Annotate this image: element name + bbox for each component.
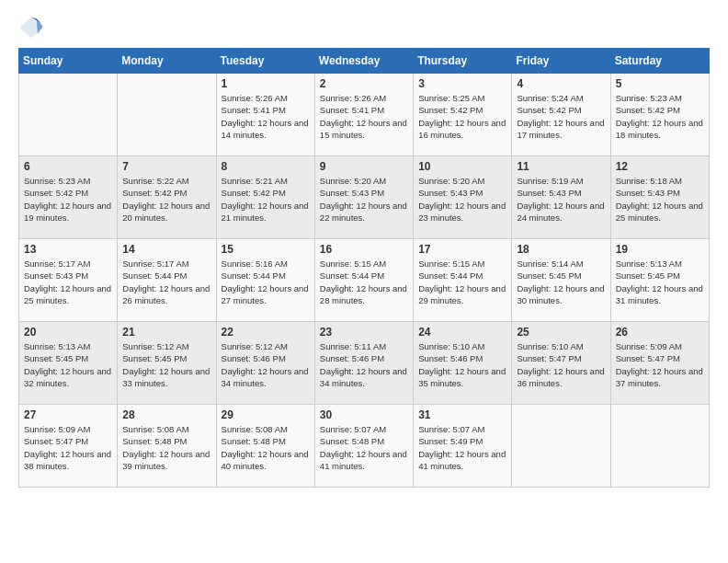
calendar-cell: 23Sunrise: 5:11 AM Sunset: 5:46 PM Dayli… bbox=[314, 322, 413, 405]
day-number: 20 bbox=[24, 326, 112, 339]
day-number: 30 bbox=[320, 408, 408, 421]
day-number: 7 bbox=[122, 160, 210, 173]
calendar-cell bbox=[610, 405, 709, 488]
day-info: Sunrise: 5:18 AM Sunset: 5:43 PM Dayligh… bbox=[616, 175, 704, 224]
calendar-cell: 8Sunrise: 5:21 AM Sunset: 5:42 PM Daylig… bbox=[216, 156, 314, 239]
day-info: Sunrise: 5:07 AM Sunset: 5:48 PM Dayligh… bbox=[320, 423, 408, 472]
calendar-cell: 18Sunrise: 5:14 AM Sunset: 5:45 PM Dayli… bbox=[512, 239, 610, 322]
day-info: Sunrise: 5:07 AM Sunset: 5:49 PM Dayligh… bbox=[418, 423, 506, 472]
calendar-week: 1Sunrise: 5:26 AM Sunset: 5:41 PM Daylig… bbox=[19, 74, 710, 156]
day-number: 21 bbox=[122, 326, 210, 339]
day-number: 29 bbox=[222, 408, 310, 421]
calendar-cell: 17Sunrise: 5:15 AM Sunset: 5:44 PM Dayli… bbox=[414, 239, 512, 322]
day-info: Sunrise: 5:15 AM Sunset: 5:44 PM Dayligh… bbox=[320, 258, 408, 306]
day-number: 31 bbox=[418, 408, 506, 421]
day-number: 15 bbox=[222, 243, 310, 256]
day-number: 22 bbox=[222, 326, 310, 339]
day-info: Sunrise: 5:16 AM Sunset: 5:44 PM Dayligh… bbox=[222, 258, 310, 306]
calendar-cell: 16Sunrise: 5:15 AM Sunset: 5:44 PM Dayli… bbox=[314, 239, 413, 322]
day-info: Sunrise: 5:19 AM Sunset: 5:43 PM Dayligh… bbox=[517, 175, 605, 224]
calendar-cell: 12Sunrise: 5:18 AM Sunset: 5:43 PM Dayli… bbox=[610, 156, 709, 239]
day-number: 23 bbox=[320, 326, 408, 339]
day-number: 14 bbox=[122, 243, 210, 256]
calendar-cell: 31Sunrise: 5:07 AM Sunset: 5:49 PM Dayli… bbox=[414, 405, 512, 488]
weekday-header: Thursday bbox=[414, 49, 512, 74]
day-number: 8 bbox=[222, 160, 310, 173]
weekday-header: Saturday bbox=[610, 49, 709, 74]
day-number: 3 bbox=[418, 77, 506, 90]
calendar-cell: 3Sunrise: 5:25 AM Sunset: 5:42 PM Daylig… bbox=[414, 74, 512, 156]
day-info: Sunrise: 5:20 AM Sunset: 5:43 PM Dayligh… bbox=[320, 175, 408, 224]
weekday-header: Friday bbox=[512, 49, 610, 74]
calendar-cell: 29Sunrise: 5:08 AM Sunset: 5:48 PM Dayli… bbox=[216, 405, 314, 488]
day-number: 16 bbox=[320, 243, 408, 256]
day-info: Sunrise: 5:10 AM Sunset: 5:46 PM Dayligh… bbox=[418, 340, 506, 389]
calendar-week: 20Sunrise: 5:13 AM Sunset: 5:45 PM Dayli… bbox=[19, 322, 710, 405]
calendar-week: 13Sunrise: 5:17 AM Sunset: 5:43 PM Dayli… bbox=[19, 239, 710, 322]
day-number: 28 bbox=[122, 408, 210, 421]
day-number: 6 bbox=[24, 160, 112, 173]
day-info: Sunrise: 5:25 AM Sunset: 5:42 PM Dayligh… bbox=[418, 92, 506, 141]
calendar-cell: 10Sunrise: 5:20 AM Sunset: 5:43 PM Dayli… bbox=[414, 156, 512, 239]
day-info: Sunrise: 5:23 AM Sunset: 5:42 PM Dayligh… bbox=[616, 92, 704, 141]
weekday-header: Wednesday bbox=[314, 49, 413, 74]
day-number: 1 bbox=[222, 77, 310, 90]
calendar-header: SundayMondayTuesdayWednesdayThursdayFrid… bbox=[19, 49, 710, 74]
weekday-row: SundayMondayTuesdayWednesdayThursdayFrid… bbox=[19, 49, 710, 74]
weekday-header: Monday bbox=[118, 49, 216, 74]
calendar-cell: 22Sunrise: 5:12 AM Sunset: 5:46 PM Dayli… bbox=[216, 322, 314, 405]
day-number: 27 bbox=[24, 408, 112, 421]
day-info: Sunrise: 5:09 AM Sunset: 5:47 PM Dayligh… bbox=[24, 423, 112, 472]
day-info: Sunrise: 5:12 AM Sunset: 5:46 PM Dayligh… bbox=[222, 340, 310, 389]
calendar-cell: 4Sunrise: 5:24 AM Sunset: 5:42 PM Daylig… bbox=[512, 74, 610, 156]
day-number: 24 bbox=[418, 326, 506, 339]
calendar-cell: 30Sunrise: 5:07 AM Sunset: 5:48 PM Dayli… bbox=[314, 405, 413, 488]
calendar-cell bbox=[118, 74, 216, 156]
day-number: 26 bbox=[616, 326, 704, 339]
day-info: Sunrise: 5:10 AM Sunset: 5:47 PM Dayligh… bbox=[517, 340, 605, 389]
day-info: Sunrise: 5:23 AM Sunset: 5:42 PM Dayligh… bbox=[24, 175, 112, 224]
day-info: Sunrise: 5:15 AM Sunset: 5:44 PM Dayligh… bbox=[418, 258, 506, 306]
day-number: 19 bbox=[616, 243, 704, 256]
day-info: Sunrise: 5:12 AM Sunset: 5:45 PM Dayligh… bbox=[122, 340, 210, 389]
day-number: 11 bbox=[517, 160, 605, 173]
day-info: Sunrise: 5:09 AM Sunset: 5:47 PM Dayligh… bbox=[616, 340, 704, 389]
calendar-cell: 19Sunrise: 5:13 AM Sunset: 5:45 PM Dayli… bbox=[610, 239, 709, 322]
day-info: Sunrise: 5:26 AM Sunset: 5:41 PM Dayligh… bbox=[222, 92, 310, 141]
calendar-cell: 1Sunrise: 5:26 AM Sunset: 5:41 PM Daylig… bbox=[216, 74, 314, 156]
day-info: Sunrise: 5:22 AM Sunset: 5:42 PM Dayligh… bbox=[122, 175, 210, 224]
day-number: 12 bbox=[616, 160, 704, 173]
calendar-week: 27Sunrise: 5:09 AM Sunset: 5:47 PM Dayli… bbox=[19, 405, 710, 488]
day-info: Sunrise: 5:08 AM Sunset: 5:48 PM Dayligh… bbox=[222, 423, 310, 472]
day-info: Sunrise: 5:20 AM Sunset: 5:43 PM Dayligh… bbox=[418, 175, 506, 224]
day-info: Sunrise: 5:13 AM Sunset: 5:45 PM Dayligh… bbox=[24, 340, 112, 389]
logo-icon bbox=[18, 15, 44, 40]
day-number: 25 bbox=[517, 326, 605, 339]
day-info: Sunrise: 5:24 AM Sunset: 5:42 PM Dayligh… bbox=[517, 92, 605, 141]
page-header bbox=[18, 15, 710, 40]
day-info: Sunrise: 5:17 AM Sunset: 5:43 PM Dayligh… bbox=[24, 258, 112, 306]
calendar-cell: 26Sunrise: 5:09 AM Sunset: 5:47 PM Dayli… bbox=[610, 322, 709, 405]
calendar-body: 1Sunrise: 5:26 AM Sunset: 5:41 PM Daylig… bbox=[19, 74, 710, 488]
day-info: Sunrise: 5:14 AM Sunset: 5:45 PM Dayligh… bbox=[517, 258, 605, 306]
calendar-cell: 20Sunrise: 5:13 AM Sunset: 5:45 PM Dayli… bbox=[19, 322, 118, 405]
day-number: 9 bbox=[320, 160, 408, 173]
calendar-cell: 24Sunrise: 5:10 AM Sunset: 5:46 PM Dayli… bbox=[414, 322, 512, 405]
calendar-cell bbox=[19, 74, 118, 156]
calendar-cell: 14Sunrise: 5:17 AM Sunset: 5:44 PM Dayli… bbox=[118, 239, 216, 322]
day-number: 2 bbox=[320, 77, 408, 90]
day-number: 4 bbox=[517, 77, 605, 90]
day-number: 18 bbox=[517, 243, 605, 256]
day-number: 13 bbox=[24, 243, 112, 256]
calendar-cell: 7Sunrise: 5:22 AM Sunset: 5:42 PM Daylig… bbox=[118, 156, 216, 239]
day-number: 10 bbox=[418, 160, 506, 173]
calendar-cell: 21Sunrise: 5:12 AM Sunset: 5:45 PM Dayli… bbox=[118, 322, 216, 405]
calendar-week: 6Sunrise: 5:23 AM Sunset: 5:42 PM Daylig… bbox=[19, 156, 710, 239]
calendar-cell: 25Sunrise: 5:10 AM Sunset: 5:47 PM Dayli… bbox=[512, 322, 610, 405]
day-info: Sunrise: 5:08 AM Sunset: 5:48 PM Dayligh… bbox=[122, 423, 210, 472]
day-info: Sunrise: 5:17 AM Sunset: 5:44 PM Dayligh… bbox=[122, 258, 210, 306]
calendar-cell: 13Sunrise: 5:17 AM Sunset: 5:43 PM Dayli… bbox=[19, 239, 118, 322]
day-info: Sunrise: 5:13 AM Sunset: 5:45 PM Dayligh… bbox=[616, 258, 704, 306]
day-info: Sunrise: 5:26 AM Sunset: 5:41 PM Dayligh… bbox=[320, 92, 408, 141]
weekday-header: Tuesday bbox=[216, 49, 314, 74]
